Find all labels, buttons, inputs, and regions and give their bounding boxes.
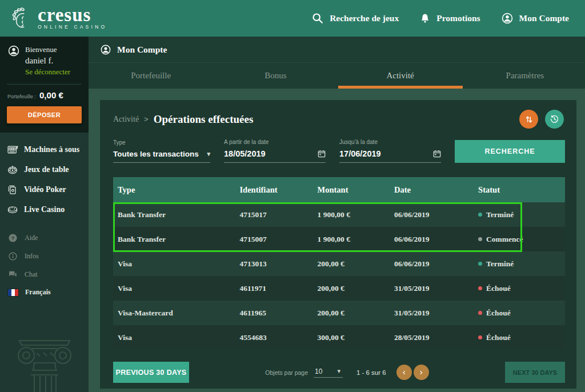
sidebar-item-slots[interactable]: Machines à sous xyxy=(7,144,89,155)
avatar-icon xyxy=(7,45,20,77)
status-label: Échoué xyxy=(486,284,511,293)
roulette-icon xyxy=(7,164,18,175)
username: daniel f. xyxy=(25,55,70,67)
chevron-down-icon: ▾ xyxy=(207,150,210,158)
type-filter-label: Type xyxy=(113,139,210,146)
col-date: Date xyxy=(394,185,478,195)
transactions-button[interactable] xyxy=(519,110,538,129)
account-icon-small xyxy=(100,44,111,55)
per-page-label: Objets par page xyxy=(265,369,308,376)
sidebar: Bienvenue daniel f. Se déconnecter Porte… xyxy=(0,37,89,392)
table-row: Visa4611971200,00 €31/05/2019Échoué xyxy=(113,276,565,301)
breadcrumb-parent[interactable]: Activité xyxy=(113,115,139,124)
sidebar-item-video-poker[interactable]: Vidéo Poker xyxy=(7,184,89,195)
table-header: Type Identifiant Montant Date Statut xyxy=(113,177,565,202)
wallet-label: Portefeuille : xyxy=(7,94,36,99)
account-title: Mon Compte xyxy=(117,45,167,55)
cell-type: Visa xyxy=(113,284,239,293)
date-to-field[interactable]: Jusqu'à la date 17/06/2019 xyxy=(339,139,441,163)
greek-column-illustration xyxy=(9,337,80,392)
cell-identifiant: 4715017 xyxy=(239,210,317,219)
status-dot-icon xyxy=(478,286,482,290)
sidebar-item-help[interactable]: ? Aide xyxy=(8,233,89,243)
breadcrumb: Activité > Opérations effectuées xyxy=(100,100,576,130)
cell-identifiant: 4611965 xyxy=(239,309,317,318)
history-icon xyxy=(550,114,559,124)
header-nav: Recherche de jeux Promotions Mon Compte xyxy=(311,12,569,25)
cell-montant: 300,00 € xyxy=(318,333,394,342)
sidebar-item-infos[interactable]: Infos xyxy=(8,251,89,261)
sidebar-divider xyxy=(7,84,82,85)
prev-page-button[interactable]: ‹ xyxy=(396,365,412,380)
tab-activite[interactable]: Activité xyxy=(338,63,463,89)
cell-statut: Terminé xyxy=(478,259,565,269)
secondary-label: Infos xyxy=(25,252,39,261)
calendar-icon[interactable] xyxy=(433,150,441,158)
col-identifiant: Identifiant xyxy=(239,185,317,195)
table-row: Bank Transfer47150171 900,00 €06/06/2019… xyxy=(113,202,565,227)
tab-bonus[interactable]: Bonus xyxy=(213,63,338,89)
status-label: Terminé xyxy=(486,210,514,219)
sidebar-item-table-games[interactable]: Jeux de table xyxy=(7,164,89,175)
cell-identifiant: 4713013 xyxy=(239,259,317,269)
cell-type: Visa xyxy=(113,259,239,269)
cell-montant: 200,00 € xyxy=(318,309,394,318)
cell-type: Bank Transfer xyxy=(113,210,239,219)
menu-label: Vidéo Poker xyxy=(24,185,66,194)
search-button[interactable]: RECHERCHE xyxy=(455,140,565,163)
deposit-button[interactable]: DÉPOSER xyxy=(7,106,82,123)
search-icon xyxy=(311,12,324,25)
cresus-head-icon xyxy=(7,5,33,31)
next-30-days-button[interactable]: NEXT 30 DAYS xyxy=(505,362,565,383)
status-label: Échoué xyxy=(486,333,511,342)
cell-date: 06/06/2019 xyxy=(394,210,478,219)
cell-statut: Échoué xyxy=(478,309,565,318)
cell-date: 28/05/2019 xyxy=(394,333,478,342)
logo-tagline: ONLINE CASINO xyxy=(38,24,107,30)
status-dot-icon xyxy=(478,213,482,217)
type-filter[interactable]: Type Toutes les transactions ▾ xyxy=(113,139,210,163)
date-from-value: 18/05/2019 xyxy=(224,149,266,158)
cell-montant: 1 900,00 € xyxy=(318,235,394,244)
cell-identifiant: 4554683 xyxy=(239,333,317,342)
secondary-label: Aide xyxy=(25,234,38,242)
cell-statut: Échoué xyxy=(478,284,565,293)
tab-portefeuille[interactable]: Portefeuille xyxy=(89,63,213,89)
status-dot-icon xyxy=(478,237,482,241)
status-label: Commencé xyxy=(486,235,523,244)
secondary-label: Chat xyxy=(25,270,38,279)
per-page-select[interactable]: 10 ▾ xyxy=(314,367,343,378)
main-area: Mon Compte Portefeuille Bonus Activité P… xyxy=(89,37,585,392)
sidebar-item-language[interactable]: Français xyxy=(8,288,89,297)
sidebar-item-live-casino[interactable]: Live Casino xyxy=(7,204,89,215)
tab-parametres[interactable]: Paramètres xyxy=(463,63,585,89)
type-filter-value: Toutes les transactions xyxy=(113,150,199,158)
menu-label: Machines à sous xyxy=(24,145,79,154)
content-area: Activité > Opérations effectuées xyxy=(89,89,585,392)
history-button[interactable] xyxy=(545,110,564,129)
logout-link[interactable]: Se déconnecter xyxy=(25,67,70,77)
page-title: Opérations effectuées xyxy=(154,113,254,126)
date-from-field[interactable]: A partir de la date 18/05/2019 xyxy=(224,139,326,163)
slot-machine-icon xyxy=(7,144,18,155)
chat-icon xyxy=(8,270,18,279)
cell-type: Bank Transfer xyxy=(113,235,239,244)
calendar-icon[interactable] xyxy=(318,150,326,158)
welcome-text: Bienvenue xyxy=(25,45,70,55)
cresus-logo[interactable]: cresus ONLINE CASINO xyxy=(7,5,107,31)
wallet-balance: 0,00 € xyxy=(39,90,63,100)
nav-search-games[interactable]: Recherche de jeux xyxy=(311,12,399,25)
table-row: Bank Transfer47150071 900,00 €06/06/2019… xyxy=(113,227,565,251)
cards-icon xyxy=(7,184,18,195)
date-from-label: A partir de la date xyxy=(224,139,326,145)
pagination-range: 1 - 6 sur 6 xyxy=(356,369,386,376)
previous-30-days-button[interactable]: PREVIOUS 30 DAYS xyxy=(113,362,189,383)
next-page-button[interactable]: › xyxy=(414,365,429,380)
sidebar-item-chat[interactable]: Chat xyxy=(8,270,89,279)
top-header: cresus ONLINE CASINO Recherche de jeux P… xyxy=(0,0,585,37)
bell-icon xyxy=(419,13,431,24)
col-type: Type xyxy=(113,185,239,195)
nav-account[interactable]: Mon Compte xyxy=(501,12,569,25)
cell-identifiant: 4611971 xyxy=(239,284,317,293)
nav-promotions[interactable]: Promotions xyxy=(419,13,480,24)
